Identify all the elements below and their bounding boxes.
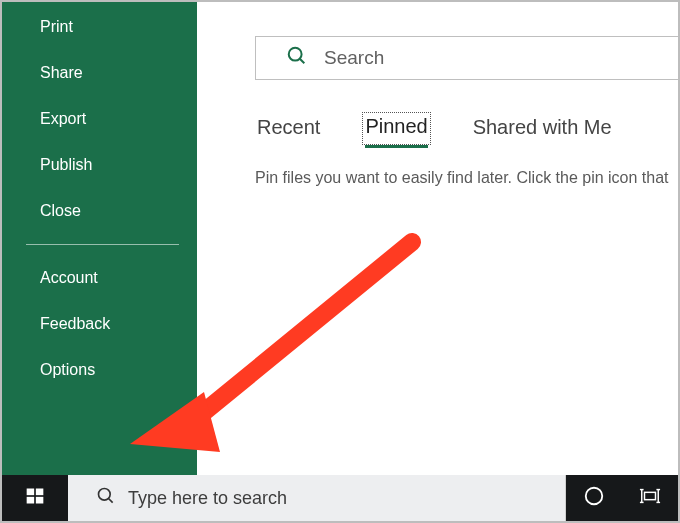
svg-line-1 — [300, 59, 305, 64]
task-view-button[interactable] — [622, 475, 678, 521]
svg-rect-3 — [27, 489, 35, 496]
sidebar-item-label: Close — [40, 202, 81, 219]
sidebar-item-label: Feedback — [40, 315, 110, 332]
svg-rect-12 — [645, 492, 656, 499]
sidebar-item-account[interactable]: Account — [2, 255, 197, 301]
svg-point-9 — [586, 488, 603, 505]
task-view-icon — [639, 485, 661, 511]
backstage-sidebar: Print Share Export Publish Close Account… — [2, 2, 197, 475]
windows-logo-icon — [25, 486, 45, 510]
svg-point-0 — [289, 48, 302, 61]
pinned-description: Pin files you want to easily find later.… — [255, 169, 678, 187]
sidebar-item-feedback[interactable]: Feedback — [2, 301, 197, 347]
sidebar-item-label: Print — [40, 18, 73, 35]
sidebar-item-label: Options — [40, 361, 95, 378]
search-icon — [286, 45, 308, 71]
search-placeholder: Search — [324, 47, 384, 69]
sidebar-item-share[interactable]: Share — [2, 50, 197, 96]
svg-rect-6 — [36, 497, 44, 504]
sidebar-item-label: Publish — [40, 156, 92, 173]
svg-rect-5 — [27, 497, 35, 504]
taskbar-search-placeholder: Type here to search — [128, 488, 287, 509]
tab-shared-with-me[interactable]: Shared with Me — [471, 114, 614, 145]
sidebar-item-export[interactable]: Export — [2, 96, 197, 142]
sidebar-item-label: Account — [40, 269, 98, 286]
sidebar-item-publish[interactable]: Publish — [2, 142, 197, 188]
svg-line-8 — [109, 498, 113, 502]
sidebar-item-print[interactable]: Print — [2, 4, 197, 50]
search-icon — [96, 486, 116, 511]
sidebar-item-label: Export — [40, 110, 86, 127]
taskbar-search-input[interactable]: Type here to search — [68, 475, 566, 521]
svg-rect-4 — [36, 489, 44, 496]
sidebar-item-options[interactable]: Options — [2, 347, 197, 393]
sidebar-item-close[interactable]: Close — [2, 188, 197, 234]
cortana-icon — [583, 485, 605, 511]
windows-taskbar: Type here to search — [2, 475, 678, 521]
main-content: Search Recent Pinned Shared with Me Pin … — [197, 2, 678, 475]
start-button[interactable] — [2, 475, 68, 521]
svg-point-7 — [99, 488, 111, 500]
cortana-button[interactable] — [566, 475, 622, 521]
tab-recent[interactable]: Recent — [255, 114, 322, 145]
search-input[interactable]: Search — [255, 36, 678, 80]
sidebar-item-label: Share — [40, 64, 83, 81]
tabs-row: Recent Pinned Shared with Me — [255, 112, 678, 145]
sidebar-separator — [26, 244, 179, 245]
tab-pinned[interactable]: Pinned — [362, 112, 430, 145]
